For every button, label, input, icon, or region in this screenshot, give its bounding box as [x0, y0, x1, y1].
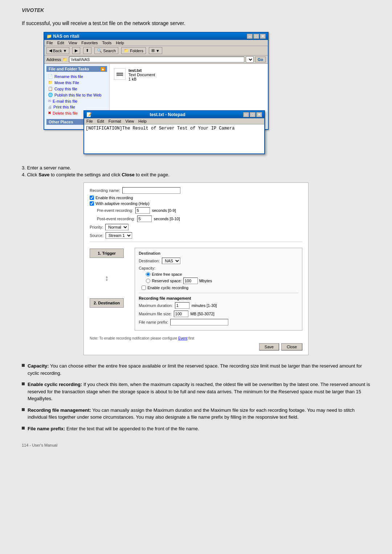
menu-tools[interactable]: Tools — [102, 41, 112, 45]
explorer-menubar: File Edit View Favorites Tools Help — [44, 40, 268, 46]
notepad-window-buttons[interactable]: ─ □ ✕ — [243, 112, 262, 117]
max-duration-unit: minutes [1-30] — [192, 303, 217, 308]
form-button-row: Save Close — [90, 343, 302, 350]
file-item: test.txt Text Document 1 kB — [113, 67, 265, 83]
go-button[interactable]: Go — [255, 57, 266, 62]
bullet-icon — [22, 408, 25, 411]
minimize-button[interactable]: ─ — [247, 34, 253, 39]
enable-cyclic-checkbox[interactable] — [142, 286, 146, 290]
enable-cyclic-row: Enable cyclic recording — [139, 286, 298, 290]
bullet-text-prefix: File name prefix: Enter the text that wi… — [28, 425, 370, 432]
search-button[interactable]: 🔍 Search — [94, 47, 118, 54]
publish-file-item[interactable]: 🌐 Publish this file to the Web — [46, 92, 107, 98]
reserved-space-input[interactable] — [183, 278, 198, 284]
notepad-menu-format[interactable]: Format — [109, 119, 121, 123]
address-input[interactable] — [69, 57, 244, 62]
menu-favorites[interactable]: Favorites — [81, 41, 98, 45]
print-file-item[interactable]: 🖨 Print this file — [46, 104, 107, 110]
max-file-size-input[interactable] — [174, 311, 188, 317]
menu-view[interactable]: View — [69, 41, 77, 45]
folders-button[interactable]: 📁 Folders — [121, 47, 146, 54]
max-file-size-row: Maximum file size: MB [50-3072] — [139, 311, 298, 317]
bullet-bold-cyclic: Enable cyclic recording: — [28, 382, 82, 387]
menu-edit[interactable]: Edit — [57, 41, 64, 45]
file-icon — [114, 68, 126, 80]
step-3: 3. Enter a server name. — [22, 165, 370, 171]
maximize-button[interactable]: □ — [253, 34, 259, 39]
back-button[interactable]: ◀ Back ▼ — [46, 47, 69, 54]
priority-select[interactable]: Normal — [105, 224, 128, 230]
file-folder-tasks-header: File and Folder Tasks 🔼 — [46, 66, 107, 72]
file-name-prefix-row: File name prefix: — [139, 319, 298, 325]
save-button[interactable]: Save — [259, 343, 279, 350]
notepad-maximize-button[interactable]: □ — [250, 112, 256, 117]
publish-icon: 🌐 — [48, 93, 53, 97]
rename-file-item[interactable]: 📄 Rename this file — [46, 73, 107, 79]
notepad-menu-edit[interactable]: Edit — [97, 119, 104, 123]
up-button[interactable]: ⬆ — [83, 47, 91, 54]
menu-file[interactable]: File — [46, 41, 53, 45]
arrow-down-icon: ↕ — [105, 274, 109, 282]
pre-event-unit: seconds [0-9] — [152, 208, 176, 213]
trigger-dest-layout: 1. Trigger ↕ 2. Destination Destination … — [90, 245, 302, 333]
notepad-menubar: File Edit Format View Help — [84, 118, 264, 124]
reserved-space-label: Reserved space: — [152, 279, 182, 283]
copy-icon: 📋 — [48, 86, 53, 91]
notepad-menu-help[interactable]: Help — [138, 119, 147, 123]
enable-recording-checkbox[interactable] — [90, 196, 94, 200]
adaptive-recording-checkbox[interactable] — [90, 201, 94, 206]
close-button[interactable]: ✕ — [260, 34, 266, 39]
file-name-prefix-label: File name prefix: — [139, 320, 168, 324]
note-text: Note: To enable recording notification p… — [90, 336, 302, 340]
adaptive-recording-row: With adaptive recording (Help) — [90, 201, 302, 206]
source-row: Source: Stream 1 — [90, 232, 302, 239]
close-form-button[interactable]: Close — [281, 343, 302, 350]
enable-recording-label: Enable this recording — [95, 196, 133, 200]
recording-name-input[interactable] — [122, 187, 180, 194]
post-event-input[interactable] — [137, 216, 152, 222]
notepad-minimize-button[interactable]: ─ — [243, 112, 249, 117]
steps-section: 3. Enter a server name. 4. Click Save to… — [22, 165, 370, 177]
explorer-window-buttons[interactable]: ─ □ ✕ — [247, 34, 266, 39]
bullet-text-cyclic: Enable cyclic recording: If you check th… — [28, 381, 370, 402]
views-button[interactable]: ⊞ ▼ — [149, 47, 162, 54]
destination-box: Destination Destination: NAS Capacity: E… — [135, 248, 302, 331]
up-icon: ⬆ — [86, 48, 89, 53]
copy-file-item[interactable]: 📋 Copy this file — [46, 86, 107, 92]
destination-step-box[interactable]: 2. Destination — [90, 298, 124, 308]
notepad-menu-view[interactable]: View — [126, 119, 134, 123]
folders-label: Folders — [130, 49, 143, 53]
source-select[interactable]: Stream 1 — [106, 232, 132, 239]
menu-help[interactable]: Help — [116, 41, 124, 45]
recording-name-label: Recording name: — [90, 188, 120, 193]
address-dropdown[interactable] — [246, 56, 254, 63]
notepad-close-button[interactable]: ✕ — [256, 112, 262, 117]
forward-button[interactable]: ▶ — [72, 47, 80, 54]
pre-event-input[interactable] — [135, 207, 150, 214]
collapse-icon[interactable]: 🔼 — [101, 67, 105, 71]
trigger-step-box[interactable]: 1. Trigger — [90, 249, 124, 258]
entire-free-space-radio[interactable] — [146, 272, 150, 276]
chevron-down-icon: ▼ — [63, 49, 67, 53]
entire-free-space-label: Entire free space — [152, 272, 182, 276]
bullet-icon — [22, 427, 25, 430]
bullet-item-cyclic: Enable cyclic recording: If you check th… — [22, 381, 370, 402]
destination-select[interactable]: NAS — [162, 258, 180, 264]
move-file-item[interactable]: 📁 Move this File — [46, 79, 107, 86]
max-duration-row: Maximum duration: minutes [1-30] — [139, 302, 298, 309]
file-name-prefix-input[interactable] — [170, 319, 228, 325]
address-icon: 📁 — [62, 57, 68, 62]
rename-icon: 📄 — [48, 74, 53, 79]
entire-free-space-row: Entire free space — [139, 272, 298, 276]
event-link[interactable]: Event — [178, 336, 188, 340]
email-file-item[interactable]: ✉ E-mail this file — [46, 98, 107, 104]
save-bold: Save — [38, 172, 49, 177]
notepad-menu-file[interactable]: File — [86, 119, 93, 123]
notepad-content: [NOTIFICATION]The Result of Server Test … — [84, 124, 264, 153]
notepad-icon: 📝 — [86, 112, 92, 117]
bullet-bold-capacity: Capacity: — [28, 363, 49, 369]
bullet-text-capacity: Capacity: You can choose either the enti… — [28, 362, 370, 377]
max-duration-input[interactable] — [175, 302, 189, 309]
reserved-space-radio[interactable] — [146, 279, 150, 283]
back-label: Back — [53, 49, 62, 53]
